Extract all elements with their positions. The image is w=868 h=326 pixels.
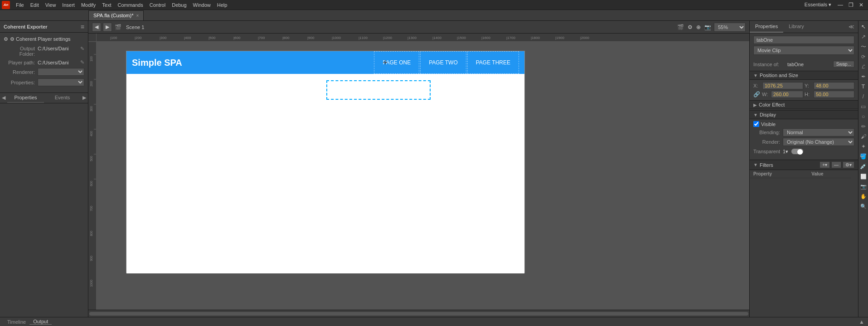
symbol-type-select[interactable]: Movie Clip Button Graphic	[753, 46, 854, 55]
tool-line[interactable]: /	[859, 92, 868, 101]
back-button[interactable]: ◀	[92, 23, 101, 32]
sub-tab-events[interactable]: Events	[44, 93, 81, 103]
menu-view[interactable]: View	[42, 1, 59, 9]
add-filter-button[interactable]: +▾	[820, 161, 830, 168]
settings-icon[interactable]: ⚙	[687, 23, 693, 31]
swap-button[interactable]: Swap...	[833, 61, 854, 68]
x-input[interactable]	[762, 82, 803, 89]
tool-3d-rotation[interactable]: ⟳	[859, 53, 868, 61]
menu-text[interactable]: Text	[99, 1, 114, 9]
color-effect-section[interactable]: ▶ Color Effect	[750, 100, 858, 109]
tool-lasso[interactable]: 𝓛	[859, 63, 868, 71]
player-path-label: Player path:	[4, 60, 38, 65]
color-effect-expand-icon: ▶	[753, 102, 757, 107]
instance-name-input[interactable]	[753, 36, 854, 44]
output-tab[interactable]: Output	[29, 319, 52, 325]
canvas-toolbar: ◀ ▶ 🎬 Scene 1 🎬 ⚙ ⊕ 📷 55% 100% 75% 50% 2…	[88, 21, 749, 34]
display-section-header[interactable]: ▼ Display	[750, 110, 858, 119]
nav-page-three[interactable]: PAGE THREE	[467, 51, 519, 74]
renderer-select[interactable]	[38, 68, 84, 76]
player-settings-title[interactable]: ⚙ ⚙ Coherent Player settings	[4, 36, 84, 42]
output-folder-edit-icon[interactable]: ✎	[80, 46, 84, 52]
right-arrow-btn[interactable]: ▶	[81, 93, 88, 103]
tool-pen[interactable]: ✒	[859, 73, 868, 81]
tool-paint-bucket[interactable]: 🪣	[859, 152, 868, 161]
tool-hand[interactable]: ✋	[859, 192, 868, 200]
tab-library[interactable]: Library	[783, 21, 810, 33]
grid-icon[interactable]: ⊕	[695, 23, 702, 31]
remove-filter-button[interactable]: —	[831, 161, 841, 168]
h-input[interactable]	[814, 91, 854, 98]
svg-text:|1300: |1300	[407, 36, 417, 40]
visible-checkbox[interactable]	[753, 121, 759, 127]
essentials-dropdown[interactable]: Essentials ▾	[801, 2, 835, 8]
stage[interactable]: Simple SPA PAGE ONE PAGE TWO PAGE THREE …	[126, 51, 525, 273]
tool-text[interactable]: T	[859, 83, 868, 91]
svg-text:100: 100	[90, 56, 93, 62]
menu-debug[interactable]: Debug	[169, 1, 189, 9]
tab-close-btn[interactable]: ×	[136, 13, 139, 18]
panel-collapse-btn[interactable]: ≪	[845, 21, 858, 33]
bottom-panel-toggle[interactable]: ▲	[859, 319, 864, 325]
left-panel-menu-btn[interactable]: ≡	[81, 23, 84, 30]
window-minimize[interactable]: —	[835, 2, 846, 8]
file-tab[interactable]: SPA.fla (Custom)* ×	[88, 10, 144, 20]
display-collapse-icon: ▼	[753, 112, 758, 117]
tab-properties[interactable]: Properties	[750, 21, 783, 33]
filter-gear-button[interactable]: ⚙▾	[843, 161, 854, 168]
camera-icon[interactable]: 🎬	[676, 23, 685, 31]
stage-content	[126, 74, 524, 273]
tool-rect[interactable]: ▭	[859, 102, 868, 111]
zoom-select[interactable]: 55% 100% 75% 50% 25%	[714, 23, 746, 32]
properties-select[interactable]	[38, 78, 84, 86]
render-select[interactable]: Original (No Change) Cache as Bitmap	[783, 138, 854, 146]
window-close[interactable]: ✕	[856, 2, 866, 8]
tool-select[interactable]: ↖	[859, 23, 868, 31]
horizontal-ruler: |100 |200 |300 |400 |500 |600 |700 |800 …	[97, 34, 749, 42]
menu-modify[interactable]: Modify	[78, 1, 99, 9]
filmstrip-icon: 🎬	[114, 23, 122, 31]
sub-tab-properties[interactable]: Properties	[7, 93, 44, 103]
tool-oval[interactable]: ○	[859, 112, 868, 121]
timeline-tab[interactable]: Timeline	[4, 319, 29, 325]
tool-bone[interactable]: ✦	[859, 142, 868, 151]
forward-button[interactable]: ▶	[103, 23, 112, 32]
left-arrow-btn[interactable]: ◀	[0, 93, 7, 103]
color-effect-label: Color Effect	[759, 102, 785, 107]
h-scrollbar[interactable]	[88, 310, 749, 317]
svg-text:800: 800	[90, 231, 93, 236]
menu-control[interactable]: Control	[146, 1, 169, 9]
window-restore[interactable]: ❐	[846, 2, 856, 8]
blending-select[interactable]: Normal Multiply Screen	[783, 128, 854, 136]
menu-edit[interactable]: Edit	[27, 1, 42, 9]
filters-collapse-icon: ▼	[753, 162, 758, 167]
svg-text:400: 400	[90, 131, 93, 136]
right-tools-panel: ↖ ↗ 〜 ⟳ 𝓛 ✒ T / ▭ ○ ✏ 🖌 ✦ 🪣 💉 ⬜ 📷 ✋ 🔍	[858, 21, 868, 317]
tool-camera[interactable]: 📷	[859, 182, 868, 190]
w-input[interactable]	[771, 91, 803, 98]
menu-window[interactable]: Window	[190, 1, 214, 9]
nav-page-two[interactable]: PAGE TWO	[420, 51, 466, 74]
tool-eyedropper[interactable]: 💉	[859, 162, 868, 170]
menu-help[interactable]: Help	[214, 1, 231, 9]
y-input[interactable]	[814, 82, 854, 89]
svg-text:|700: |700	[258, 36, 265, 40]
menu-commands[interactable]: Commands	[114, 1, 146, 9]
nav-page-one[interactable]: PAGE ONE	[374, 51, 419, 74]
player-path-edit-icon[interactable]: ✎	[80, 59, 84, 65]
canvas-scroll-area[interactable]: |100 |200 |300 |400 |500 |600 |700 |800 …	[97, 34, 749, 310]
tool-pencil[interactable]: ✏	[859, 122, 868, 131]
transparent-toggle[interactable]	[791, 148, 804, 155]
tool-zoom[interactable]: 🔍	[859, 202, 868, 210]
tool-brush[interactable]: 🖌	[859, 132, 868, 141]
menu-insert[interactable]: Insert	[59, 1, 78, 9]
tool-subselect[interactable]: ↗	[859, 33, 868, 41]
link-icon[interactable]: 🔗	[753, 91, 760, 97]
vertical-ruler: 100 200 300 400 500 600 700 800	[88, 34, 97, 310]
snapshot-icon[interactable]: 📷	[703, 23, 712, 31]
menu-file[interactable]: File	[13, 1, 27, 9]
tool-freeform[interactable]: 〜	[859, 43, 868, 51]
tool-eraser[interactable]: ⬜	[859, 172, 868, 180]
svg-rect-18	[97, 34, 749, 42]
svg-text:|1700: |1700	[506, 36, 515, 40]
